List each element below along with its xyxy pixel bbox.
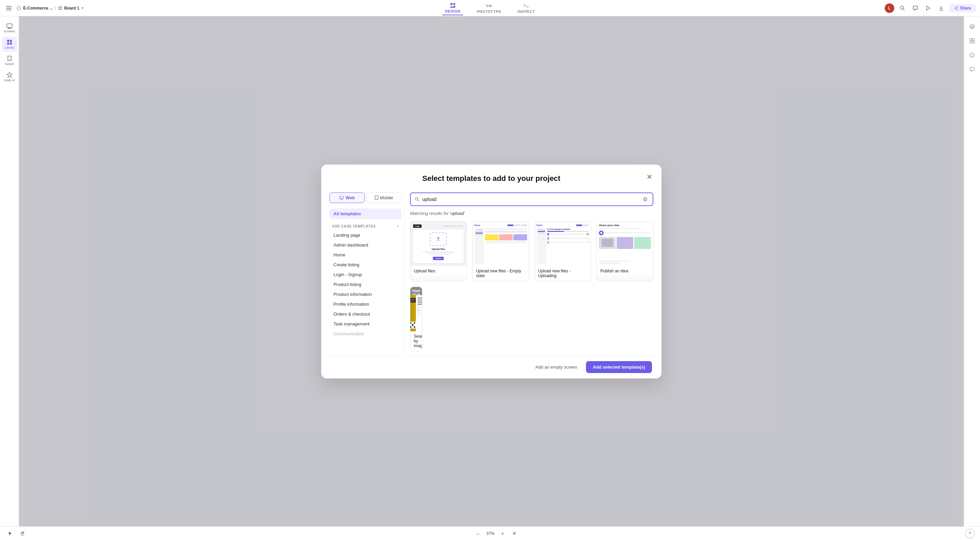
svg-line-45	[418, 200, 419, 201]
nav-item-task-management[interactable]: Task management	[329, 319, 401, 329]
svg-rect-4	[60, 6, 62, 8]
bottombar: – 37% + ⊞ ?	[0, 526, 980, 540]
play-button[interactable]	[924, 3, 933, 13]
modal-right-panel: Matching results for 'upload' Logo	[404, 188, 653, 355]
svg-rect-7	[450, 3, 452, 5]
nav-item-login-signup[interactable]: Login - Signup	[329, 270, 401, 280]
right-icon-face[interactable]	[966, 49, 978, 61]
template-card-upload-empty[interactable]: Parto	[472, 221, 529, 281]
template-thumb-upload-empty: Parto	[473, 222, 529, 266]
search-clear-button[interactable]	[642, 196, 649, 203]
tab-design-label: DESIGN	[445, 9, 460, 13]
tab-design[interactable]: DESIGN	[442, 1, 463, 15]
svg-rect-6	[60, 8, 62, 10]
svg-line-20	[956, 7, 956, 8]
svg-point-50	[418, 310, 419, 310]
template-label-upload-files: Upload files	[410, 266, 466, 276]
breadcrumb: E-Commerce ... / Board 1 ▾	[16, 6, 83, 11]
svg-rect-28	[7, 43, 9, 44]
template-card-upload-uploading[interactable]: Parto	[535, 221, 592, 281]
nav-item-orders-checkout[interactable]: Orders & checkout	[329, 309, 401, 319]
tab-mobile[interactable]: Mobile	[366, 192, 401, 203]
hand-tool[interactable]	[18, 529, 27, 538]
share-button[interactable]: Share	[950, 4, 976, 12]
cursor-tool[interactable]	[5, 529, 15, 538]
tab-mobile-label: Mobile	[380, 195, 393, 200]
modal-footer: Add an empty screen Add selected templat…	[321, 355, 662, 378]
nav-item-landing-page[interactable]: Landing page	[329, 230, 401, 240]
template-label-search-image: Search by image	[410, 331, 422, 351]
tab-web[interactable]: Web	[329, 192, 365, 203]
add-empty-screen-button[interactable]: Add an empty screen	[530, 362, 582, 372]
search-icon	[415, 197, 420, 202]
svg-line-21	[956, 8, 956, 9]
search-button[interactable]	[898, 3, 907, 13]
template-modal: Select templates to add to your project …	[321, 165, 662, 378]
templates-grid-row2: Shopping Flash09.09 Shop now	[410, 287, 653, 351]
template-card-search-image[interactable]: Shopping Flash09.09 Shop now	[410, 287, 422, 351]
help-button[interactable]: ?	[965, 529, 975, 538]
svg-marker-30	[7, 72, 12, 78]
download-button[interactable]	[937, 3, 946, 13]
svg-line-14	[903, 9, 904, 10]
breadcrumb-board[interactable]: Board 1	[64, 6, 80, 11]
svg-point-44	[415, 197, 418, 200]
svg-rect-3	[59, 6, 60, 8]
template-card-publish-idea[interactable]: Share your idea	[597, 221, 653, 281]
sidebar-item-screens[interactable]: Screens	[2, 21, 17, 35]
search-input[interactable]	[422, 197, 642, 202]
nav-item-product-information[interactable]: Product information	[329, 289, 401, 299]
sidebar-item-visily-ai[interactable]: Visily AI	[2, 69, 17, 84]
nav-item-product-listing[interactable]: Product listing	[329, 280, 401, 289]
add-selected-button[interactable]: Add selected template(s)	[586, 361, 652, 373]
svg-rect-38	[340, 196, 343, 199]
right-icon-comments[interactable]	[966, 63, 978, 76]
svg-rect-0	[6, 6, 11, 6]
template-card-upload-files[interactable]: Logo	[410, 221, 467, 281]
breadcrumb-project[interactable]: E-Commerce ...	[23, 6, 53, 11]
svg-point-18	[955, 8, 956, 8]
svg-rect-22	[7, 24, 12, 27]
nav-item-communication[interactable]: Communication	[329, 329, 401, 339]
svg-point-19	[956, 9, 958, 10]
use-case-section-header[interactable]: USE CASE TEMPLATES ▾	[329, 222, 401, 230]
svg-rect-27	[10, 40, 12, 42]
tab-prototype[interactable]: PROTOTYPE	[474, 2, 504, 15]
sidebar-item-saved[interactable]: Saved	[2, 53, 17, 68]
sidebar-screens-label: Screens	[4, 30, 15, 33]
topbar-right: L Share	[885, 3, 976, 13]
nav-item-admin-dashboard[interactable]: Admin dashboard	[329, 240, 401, 250]
template-thumb-publish-idea: Share your idea	[597, 222, 653, 266]
svg-rect-49	[418, 310, 420, 310]
zoom-in-button[interactable]: +	[498, 529, 508, 538]
topbar: E-Commerce ... / Board 1 ▾ DESIGN PROTOT…	[0, 0, 980, 16]
sidebar-item-library[interactable]: Library	[2, 37, 17, 52]
tab-inspect[interactable]: INSPECT	[515, 2, 538, 15]
share-label: Share	[960, 6, 971, 11]
svg-rect-32	[972, 38, 975, 40]
svg-point-17	[956, 6, 958, 7]
all-templates-item[interactable]: All templates	[329, 208, 401, 219]
user-avatar[interactable]: L	[885, 3, 894, 13]
template-label-upload-empty: Upload new files - Empty state	[473, 266, 529, 281]
nav-item-profile-information[interactable]: Profile information	[329, 299, 401, 309]
nav-item-home[interactable]: Home	[329, 250, 401, 260]
svg-rect-1	[6, 8, 11, 8]
template-thumb-search-image: Shopping Flash09.09 Shop now	[410, 287, 422, 331]
right-icon-components[interactable]	[966, 35, 978, 47]
fit-view-button[interactable]: ⊞	[509, 529, 519, 538]
platform-tabs: Web Mobile	[329, 192, 401, 203]
svg-point-10	[487, 5, 488, 6]
close-button[interactable]: ✕	[644, 172, 655, 182]
menu-icon[interactable]	[4, 3, 14, 13]
topbar-center: DESIGN PROTOTYPE INSPECT	[442, 1, 538, 15]
svg-rect-34	[972, 41, 975, 43]
right-sidebar	[964, 16, 980, 540]
comments-button[interactable]	[911, 3, 920, 13]
chevron-down-icon: ▾	[397, 224, 399, 228]
right-icon-layers[interactable]	[966, 21, 978, 33]
nav-item-create-listing[interactable]: Create listing	[329, 260, 401, 270]
svg-rect-9	[453, 6, 455, 8]
zoom-out-button[interactable]: –	[473, 529, 483, 538]
modal-overlay: Select templates to add to your project …	[19, 16, 964, 526]
